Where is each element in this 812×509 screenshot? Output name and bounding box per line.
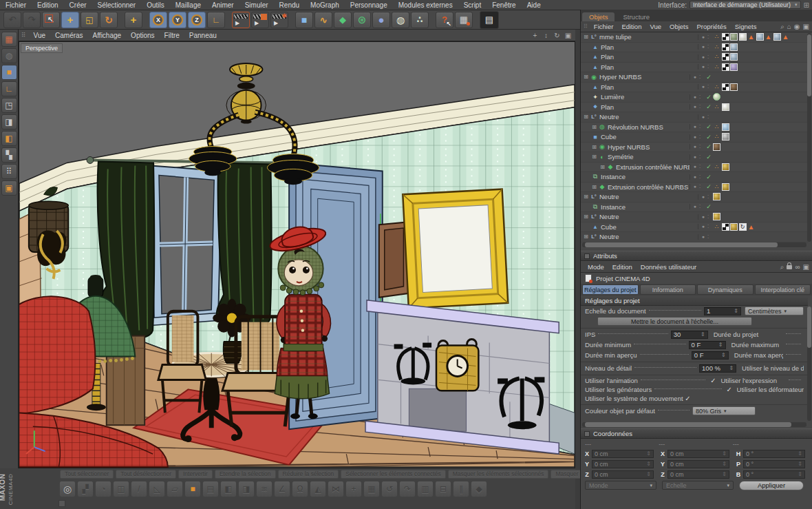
add-deformer-icon[interactable]: ● [372,12,390,28]
object-label[interactable]: Révolution NURBS [606,123,690,131]
zoom-icon[interactable]: ↕ [542,32,551,39]
object-label[interactable]: Neutre [598,113,698,121]
mesh-tool-icon[interactable]: ◺ [149,481,165,497]
visibility-toggles[interactable]: ● ⁚ [698,84,713,90]
texture-mode-icon[interactable]: ▚ [1,147,17,163]
mesh-tool-icon[interactable]: ◧ [220,481,237,497]
coordinate-input[interactable]: 0 °⇕ [743,470,805,479]
tag-m-blue-icon[interactable] [722,123,729,131]
tree-hscrollbar[interactable] [582,242,806,247]
object-label[interactable]: Hyper NURBS [606,143,690,151]
tag-checker-icon[interactable] [722,43,729,51]
viewport-menu-item[interactable]: Options [126,32,159,39]
selection-command-button[interactable]: Masquer les éléments sélectionnés [448,470,549,479]
expander-icon[interactable]: ⊞ [599,164,606,170]
tag-checker-icon[interactable] [722,33,729,41]
mesh-tool-icon[interactable]: ↺ [381,481,398,497]
mesh-tool-icon[interactable]: ▞ [77,481,94,497]
expander-icon[interactable]: ⊞ [591,144,597,150]
scale-document-button[interactable]: Mettre le document à l'échelle... [597,317,752,326]
mesh-tool-icon[interactable]: ◫ [113,481,129,497]
search-icon[interactable]: ⌕ [780,23,784,31]
tag-m-gold-icon[interactable] [713,193,720,200]
stepper-icon[interactable]: ⇕ [798,461,802,467]
menu-item[interactable]: Edition [32,1,64,9]
coordinate-input[interactable]: 0 cm⇕ [667,450,729,458]
attributes-hscrollbar[interactable] [582,422,806,427]
home-icon[interactable]: ⌂ [787,23,791,30]
section-header[interactable]: Réglages du projet [581,295,808,306]
selection-command-button[interactable]: Tout désélectionner [116,470,176,479]
help-icon[interactable]: ? [436,12,453,28]
object-label[interactable]: Symétrie [606,153,690,160]
coordinate-input[interactable]: 0 °⇕ [743,460,805,468]
tag-phong-icon[interactable] [713,53,720,61]
visibility-toggles[interactable]: ● ⁚ [698,224,713,229]
tag-m-white-icon[interactable] [722,103,729,111]
niveau-input[interactable]: 100 %⇕ [699,364,736,373]
mesh-tool-icon[interactable]: ≋ [256,481,273,497]
tag-warn-icon[interactable] [747,33,755,41]
orbit-icon[interactable]: ↻ [553,32,562,39]
scale-icon[interactable]: ◱ [81,12,98,28]
object-label[interactable]: Extrusion contrôlée NURBS [615,163,690,171]
object-tree-row[interactable]: Plan ● ⁚ [581,52,808,63]
tag-m-purple-icon[interactable] [730,63,738,71]
mesh-tool-icon[interactable]: / [131,481,147,497]
object-tree-row[interactable]: ⊞ Neutre ● ⁚ [581,112,808,123]
viewport-menu-item[interactable]: Panneau [184,32,222,39]
tag-phong-icon[interactable] [713,63,720,71]
tag-phong-icon[interactable] [713,223,720,231]
object-label[interactable]: Instance [599,173,690,180]
tag-checker-icon[interactable] [722,223,729,231]
stepper-icon[interactable]: ⇕ [646,450,651,457]
menu-item[interactable]: MoGraph [305,1,345,9]
object-tree-row[interactable]: Cube ● ⁚ [581,222,808,233]
filter-icon[interactable]: ◉ [794,23,800,30]
lock-icon[interactable] [787,265,792,269]
menu-item[interactable]: Animer [206,1,239,9]
stepper-icon[interactable]: ⇕ [646,461,651,467]
expander-icon[interactable]: ⊞ [591,154,597,160]
tag-phong-icon[interactable] [713,43,720,51]
add-nurbs-icon[interactable]: ◆ [334,12,352,28]
add-primitive-icon[interactable]: ■ [295,12,313,28]
tag-phong-icon[interactable] [713,103,720,111]
object-manager-tab[interactable]: Structure [616,12,656,21]
coordinate-system-icon[interactable]: ∟ [207,12,225,28]
mouv-checkbox[interactable]: ✓ [683,395,693,402]
object-tree-row[interactable]: ⊞ Extrusion contrôlée NURBS ● ⁚ ✓ [581,183,808,193]
object-label[interactable]: Lumière [599,93,690,101]
panel-grip-icon[interactable]: ⠿ [584,23,588,30]
interface-dropdown[interactable]: Interface de démarrage (Utilisateur) ▾ [690,1,801,9]
object-manager-menu-item[interactable]: Edition [617,23,645,30]
viewport-menu-item[interactable]: Filtre [160,32,184,39]
last-tool-icon[interactable]: + [125,12,142,28]
stepper-icon[interactable]: ⇕ [798,450,802,457]
attribute-tab[interactable]: Interpolation clé [755,284,811,295]
visibility-toggles[interactable]: ● ⁚ [698,214,713,220]
tag-m-steel-icon[interactable] [773,33,781,41]
duree-min-apercu-input[interactable]: 0 F⇕ [692,351,729,360]
enabled-check-icon[interactable]: ✓ [705,154,713,160]
mesh-tool-icon[interactable]: Ω [292,481,308,497]
object-label[interactable]: Plan [599,63,698,71]
panel-grip-icon[interactable]: ⠿ [21,32,26,39]
attributes-header[interactable]: Attributs [581,251,812,261]
menu-item[interactable]: Sélectionner [92,1,142,9]
visibility-toggles[interactable]: ● ⁚ [690,124,705,129]
coordinates-header[interactable]: Coordonnées [581,428,812,439]
expander-icon[interactable]: ⊞ [583,114,589,120]
selection-command-button[interactable]: Tout sélectionner [60,470,114,479]
stepper-icon[interactable]: ⇕ [722,461,727,467]
mesh-tool-icon[interactable]: ◆ [471,481,487,497]
rotate-icon[interactable]: ↻ [100,12,118,28]
object-manager-tab[interactable]: Objets [582,12,615,21]
mesh-tool-icon[interactable]: ■ [184,481,201,497]
object-label[interactable]: Instance [599,203,690,211]
tag-m-steel-icon[interactable] [730,43,738,51]
panel-divider[interactable] [575,30,580,509]
enabled-check-icon[interactable]: ✓ [705,94,713,101]
search-icon[interactable]: ⌕ [780,263,784,271]
tag-checker-icon[interactable] [722,63,729,71]
